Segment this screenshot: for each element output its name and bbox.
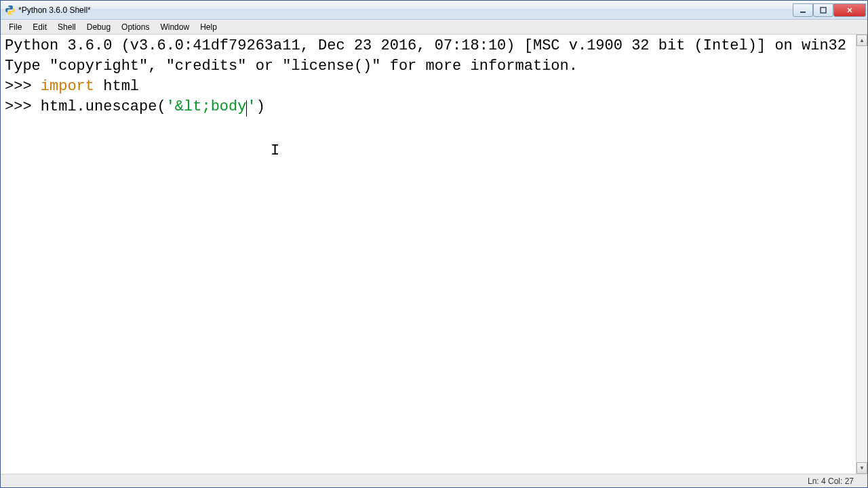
ibeam-cursor-icon: I bbox=[271, 142, 279, 159]
app-window: *Python 3.6.0 Shell* File Edit Shell Deb… bbox=[0, 0, 868, 488]
keyword-import: import bbox=[41, 78, 94, 95]
window-title: *Python 3.6.0 Shell* bbox=[18, 5, 793, 15]
scroll-up-button[interactable]: ▲ bbox=[856, 35, 867, 46]
menu-shell[interactable]: Shell bbox=[52, 21, 81, 33]
banner-line-1: Python 3.6.0 (v3.6.0:41df79263a11, Dec 2… bbox=[5, 37, 846, 54]
scroll-down-button[interactable]: ▼ bbox=[856, 462, 867, 474]
maximize-button[interactable] bbox=[813, 3, 833, 17]
menubar: File Edit Shell Debug Options Window Hel… bbox=[1, 20, 867, 35]
titlebar[interactable]: *Python 3.6.0 Shell* bbox=[1, 1, 867, 20]
menu-window[interactable]: Window bbox=[155, 21, 195, 33]
cursor-position: Ln: 4 Col: 27 bbox=[808, 476, 854, 486]
string-open-quote: ' bbox=[166, 98, 175, 115]
prompt: >>> bbox=[5, 98, 41, 115]
app-icon bbox=[5, 5, 16, 16]
statusbar: Ln: 4 Col: 27 bbox=[1, 474, 867, 487]
shell-text[interactable]: Python 3.6.0 (v3.6.0:41df79263a11, Dec 2… bbox=[1, 35, 856, 474]
menu-options[interactable]: Options bbox=[116, 21, 155, 33]
scroll-track[interactable] bbox=[856, 46, 867, 462]
svg-rect-1 bbox=[821, 7, 826, 13]
text-cursor bbox=[246, 100, 247, 117]
string-close-quote: ' bbox=[247, 98, 256, 115]
call-post: ) bbox=[256, 98, 265, 115]
menu-file[interactable]: File bbox=[3, 21, 27, 33]
editor-area: Python 3.6.0 (v3.6.0:41df79263a11, Dec 2… bbox=[1, 35, 867, 474]
menu-edit[interactable]: Edit bbox=[27, 21, 52, 33]
svg-rect-0 bbox=[800, 12, 806, 13]
menu-debug[interactable]: Debug bbox=[81, 21, 116, 33]
menu-help[interactable]: Help bbox=[195, 21, 222, 33]
import-target: html bbox=[94, 78, 139, 95]
window-controls bbox=[793, 3, 866, 17]
call-pre: html.unescape( bbox=[41, 98, 166, 115]
close-button[interactable] bbox=[833, 3, 866, 17]
string-body: &lt;body bbox=[175, 98, 247, 115]
banner-line-2: Type "copyright", "credits" or "license(… bbox=[5, 58, 578, 75]
prompt: >>> bbox=[5, 78, 41, 95]
minimize-button[interactable] bbox=[793, 3, 813, 17]
vertical-scrollbar[interactable]: ▲ ▼ bbox=[856, 35, 867, 474]
